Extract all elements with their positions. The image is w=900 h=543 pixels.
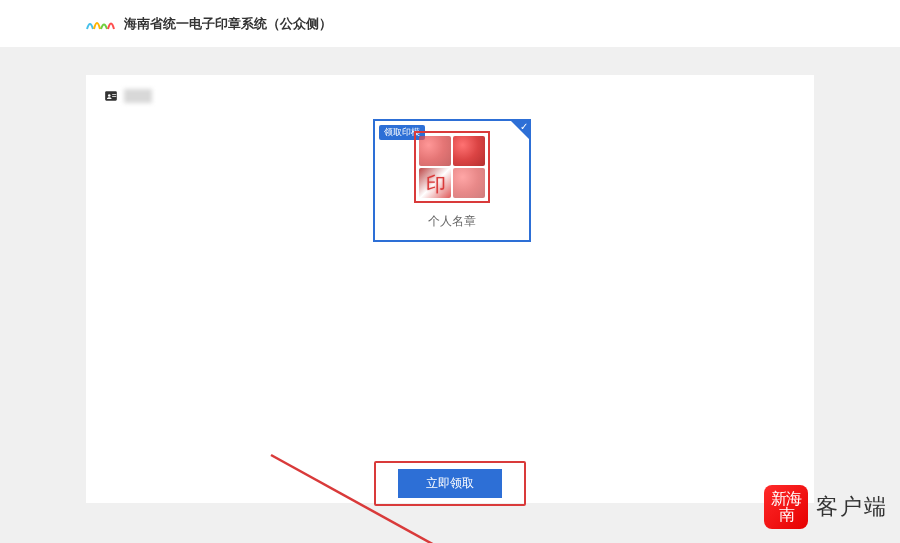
- svg-rect-2: [112, 94, 116, 95]
- user-badge-icon: [104, 89, 118, 103]
- hainan-logo-icon: [86, 15, 116, 33]
- seal-caption: 个人名章: [375, 213, 529, 230]
- seal-yin-character: 印: [426, 171, 446, 198]
- action-bar: 立即领取: [86, 463, 814, 503]
- app-header: 海南省统一电子印章系统（公众侧）: [0, 0, 900, 47]
- user-name-redacted: [124, 89, 152, 103]
- annotation-highlight-frame: 立即领取: [374, 461, 526, 506]
- claim-button[interactable]: 立即领取: [398, 469, 502, 498]
- main-panel: 领取印模 印 个人名章 立即领取: [86, 75, 814, 503]
- watermark-label: 客户端: [816, 492, 888, 522]
- seal-preview-icon: 印: [414, 131, 490, 203]
- seal-card-personal[interactable]: 领取印模 印 个人名章: [373, 119, 531, 242]
- user-row: [104, 89, 796, 103]
- xinhainan-logo-icon: 新海南: [764, 485, 808, 529]
- selected-check-icon: [511, 121, 529, 139]
- svg-rect-3: [112, 96, 116, 97]
- source-watermark: 新海南 客户端: [764, 485, 888, 529]
- svg-point-1: [108, 94, 111, 97]
- page-title: 海南省统一电子印章系统（公众侧）: [124, 15, 332, 33]
